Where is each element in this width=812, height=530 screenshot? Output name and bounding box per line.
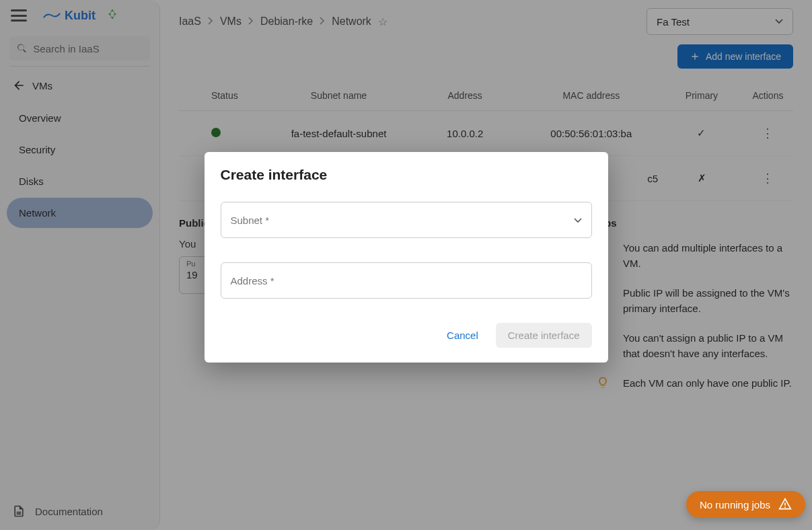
jobs-text: No running jobs — [700, 499, 770, 510]
modal-title: Create interface — [221, 167, 592, 183]
subnet-select[interactable]: Subnet * — [221, 202, 592, 238]
jobs-badge[interactable]: No running jobs — [686, 491, 805, 518]
svg-rect-1 — [784, 506, 786, 508]
svg-rect-0 — [784, 503, 786, 506]
create-interface-modal: Create interface Subnet * Address * Canc… — [205, 152, 608, 363]
modal-overlay[interactable]: Create interface Subnet * Address * Canc… — [0, 0, 812, 530]
cancel-button[interactable]: Cancel — [437, 323, 488, 348]
address-label: Address * — [231, 275, 274, 287]
warning-icon — [778, 498, 792, 511]
subnet-label: Subnet * — [231, 215, 270, 226]
chevron-down-icon — [574, 218, 582, 223]
create-interface-submit-button: Create interface — [496, 323, 592, 348]
address-input[interactable]: Address * — [221, 262, 592, 299]
